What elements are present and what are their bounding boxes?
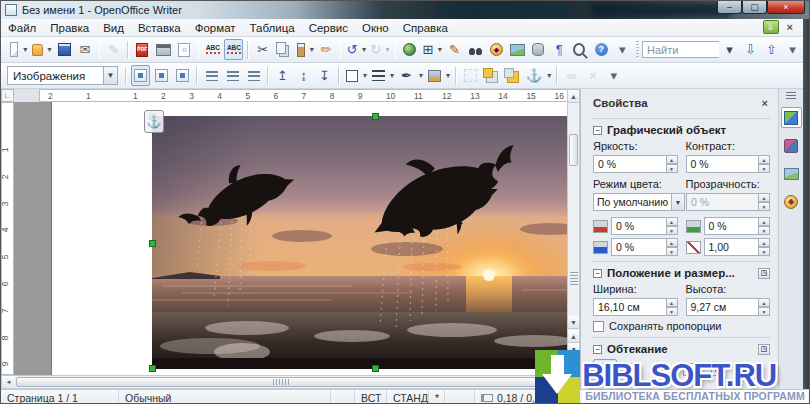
open-button[interactable]	[30, 39, 52, 60]
email-button[interactable]: ✉	[76, 39, 95, 60]
selection-mode[interactable]: СТАНД	[387, 390, 429, 404]
contrast-field[interactable]: 0 %▲▼	[686, 155, 771, 173]
align-left-button[interactable]	[202, 65, 221, 86]
undo-button[interactable]: ↺	[345, 39, 367, 60]
toolbar-grip[interactable]	[636, 41, 639, 59]
wrap-parallel-button[interactable]	[152, 65, 171, 86]
gallery-button[interactable]	[508, 39, 527, 60]
borders-button[interactable]	[344, 65, 368, 86]
page-style[interactable]: Обычный	[119, 390, 331, 404]
selection-handle-w[interactable]	[149, 240, 156, 247]
insert-table-button[interactable]: ⊞	[421, 39, 443, 60]
position-size-dialog-icon[interactable]: ◳	[758, 268, 770, 279]
send-to-back-button[interactable]	[503, 65, 522, 86]
frame-style-combo[interactable]: Изображения▼	[7, 66, 118, 85]
align-right-button[interactable]	[244, 65, 263, 86]
wrap-off-button[interactable]	[131, 65, 150, 86]
sidebar-menu-icon[interactable]	[786, 92, 796, 100]
update-available-icon[interactable]: ⇩	[763, 20, 779, 34]
align-top-button[interactable]: ↥	[273, 65, 292, 86]
scroll-down-button[interactable]: ▼	[568, 316, 579, 329]
minimize-button[interactable]: –	[717, 1, 742, 14]
brightness-field[interactable]: 0 %▲▼	[593, 155, 678, 173]
align-bottom-button[interactable]: ↧	[315, 65, 334, 86]
dropdown-arrow-icon[interactable]: ▼	[103, 66, 118, 85]
scroll-left-button[interactable]: ◂	[2, 376, 15, 388]
drawing-functions-button[interactable]: ✎	[445, 39, 464, 60]
previous-page-button[interactable]: ▲	[568, 330, 579, 343]
align-center-horizontal-button[interactable]	[223, 65, 242, 86]
green-field[interactable]: 0 %▲▼	[704, 217, 771, 235]
hyperlink-button[interactable]	[400, 39, 419, 60]
bring-to-front-button[interactable]	[482, 65, 501, 86]
horizontal-scroll-thumb[interactable]	[16, 377, 546, 387]
find-overflow-button[interactable]: ▾	[783, 39, 802, 60]
red-field[interactable]: 0 %▲▼	[611, 217, 678, 235]
export-pdf-button[interactable]: PDF	[133, 39, 152, 60]
find-next-button[interactable]: ⇩	[741, 39, 760, 60]
spacer-2[interactable]	[445, 390, 475, 404]
page-preview-button[interactable]: ○	[175, 39, 194, 60]
spelling-button[interactable]: ABC	[203, 39, 222, 60]
menu-edit[interactable]: Правка	[43, 20, 96, 36]
menu-view[interactable]: Вид	[96, 20, 131, 36]
properties-tab[interactable]	[781, 107, 802, 128]
find-replace-button[interactable]	[466, 39, 485, 60]
document-page[interactable]: ⚓	[51, 102, 567, 375]
menu-window[interactable]: Окно	[355, 20, 396, 36]
border-line-style-button[interactable]	[370, 65, 395, 86]
blue-field[interactable]: 0 %▲▼	[611, 238, 678, 256]
paste-button[interactable]	[295, 39, 315, 60]
selection-handle-n[interactable]	[372, 113, 379, 120]
selection-handle-s[interactable]	[372, 365, 379, 372]
vertical-ruler[interactable]: 123456789	[1, 102, 14, 375]
styles-tab[interactable]	[781, 135, 802, 156]
anchor-icon[interactable]: ⚓	[144, 110, 164, 133]
help-button[interactable]: ?	[592, 39, 611, 60]
keep-ratio-checkbox[interactable]	[593, 321, 604, 332]
close-document-icon[interactable]: ×	[787, 21, 793, 33]
modified-flag[interactable]: *	[429, 390, 445, 404]
maximize-button[interactable]: ▢	[742, 1, 767, 14]
menu-file[interactable]: Файл	[1, 20, 43, 36]
collapse-icon[interactable]: −	[593, 269, 602, 278]
inserted-image-dolphins[interactable]: ⚓	[152, 116, 567, 369]
anchor-button[interactable]: ⚓	[524, 65, 552, 86]
close-button[interactable]: ×	[767, 1, 805, 14]
width-field[interactable]: 16,10 см▲▼	[593, 298, 678, 316]
insert-mode[interactable]: ВСТ	[355, 390, 387, 404]
find-dropdown-button[interactable]: ▾	[720, 39, 739, 60]
window-split-handle[interactable]	[570, 272, 578, 286]
print-button[interactable]	[154, 39, 173, 60]
toolbar-overflow-button[interactable]: ▾	[613, 39, 632, 60]
frame-toolbar-overflow-button[interactable]: ▾	[604, 65, 623, 86]
page-number[interactable]: Страница 1 / 1	[1, 390, 119, 404]
sidebar-close-icon[interactable]: ×	[760, 97, 770, 109]
cut-button[interactable]: ✂	[253, 39, 272, 60]
color-mode-combo[interactable]: По умолчанию▼	[593, 193, 685, 211]
find-input[interactable]	[642, 41, 719, 58]
zoom-button[interactable]	[571, 39, 590, 60]
horizontal-ruler[interactable]: 21123456789101112131415161	[39, 89, 579, 102]
menu-table[interactable]: Таблица	[243, 20, 302, 36]
formatting-marks-button[interactable]: ¶	[550, 39, 569, 60]
find-previous-button[interactable]: ⇧	[762, 39, 781, 60]
copy-button[interactable]	[274, 39, 293, 60]
spacer-1[interactable]	[331, 390, 355, 404]
height-field[interactable]: 9,27 см▲▼	[686, 298, 771, 316]
menu-help[interactable]: Справка	[396, 20, 455, 36]
vertical-scrollbar[interactable]: ▲ ▼ ▲ ● ▼	[567, 89, 580, 375]
horizontal-scrollbar[interactable]: ◂ ▸	[1, 375, 580, 389]
background-color-button[interactable]	[426, 65, 451, 86]
save-button[interactable]	[55, 39, 74, 60]
format-paintbrush-button[interactable]: ✏	[317, 39, 336, 60]
menu-format[interactable]: Формат	[188, 20, 243, 36]
selection-handle-sw[interactable]	[149, 365, 156, 372]
gallery-tab[interactable]	[781, 163, 802, 184]
navigator-button[interactable]: ◆	[487, 39, 506, 60]
tab-stop-selector[interactable]: ∟	[1, 89, 14, 102]
navigator-tab[interactable]: ◆	[781, 191, 802, 212]
collapse-icon[interactable]: −	[593, 126, 602, 135]
scroll-up-button[interactable]: ▲	[568, 90, 579, 103]
wrap-through-button[interactable]	[173, 65, 192, 86]
